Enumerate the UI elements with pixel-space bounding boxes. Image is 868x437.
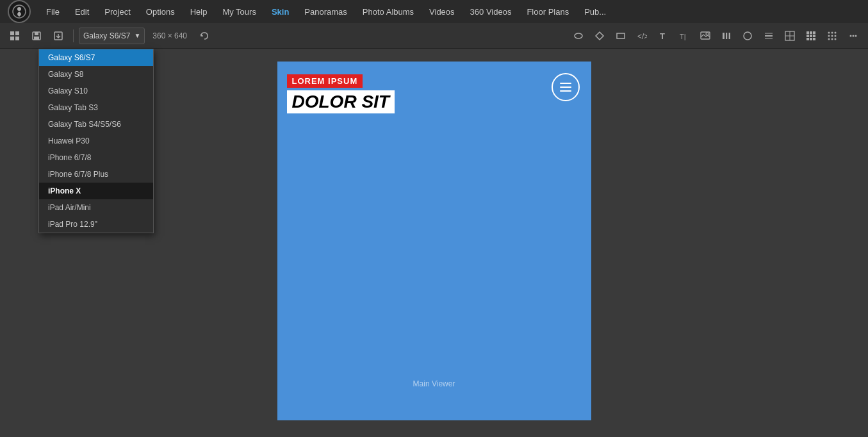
svg-rect-33 — [807, 35, 809, 37]
svg-point-42 — [828, 31, 830, 33]
menu-bar: File Edit Project Options Help My Tours … — [0, 0, 868, 23]
text2-tool-button[interactable]: T| — [675, 27, 694, 45]
svg-rect-3 — [15, 31, 19, 35]
text-tool-button[interactable]: T — [653, 27, 673, 45]
svg-point-44 — [835, 31, 837, 33]
menu-mytours[interactable]: My Tours — [215, 0, 264, 23]
svg-rect-12 — [617, 33, 625, 38]
svg-text:T: T — [660, 31, 665, 41]
svg-point-23 — [744, 32, 751, 40]
svg-rect-31 — [810, 31, 812, 34]
rect-tool-button[interactable] — [611, 27, 630, 45]
svg-rect-20 — [726, 33, 727, 39]
svg-point-45 — [828, 38, 830, 40]
hline-tool-button[interactable] — [759, 27, 778, 45]
export-button[interactable] — [49, 27, 68, 45]
menu-project[interactable]: Project — [97, 0, 138, 23]
dropdown-item-galaxy-s10[interactable]: Galaxy S10 — [39, 83, 153, 99]
preview-title: DOLOR SIT — [287, 90, 395, 113]
svg-point-49 — [853, 35, 855, 37]
menu-panoramas[interactable]: Panoramas — [297, 0, 354, 23]
svg-point-50 — [855, 35, 857, 37]
image-tool-button[interactable] — [696, 27, 715, 45]
svg-rect-4 — [10, 37, 14, 40]
svg-text:T|: T| — [680, 33, 686, 40]
menu-floorplans[interactable]: Floor Plans — [519, 0, 577, 23]
ellipse-tool-button[interactable] — [569, 27, 588, 45]
menu-pub[interactable]: Pub... — [577, 0, 614, 23]
svg-rect-18 — [723, 33, 724, 39]
svg-point-41 — [835, 35, 837, 37]
device-label: Galaxy S6/S7 — [83, 31, 130, 40]
svg-point-39 — [828, 35, 830, 37]
svg-rect-7 — [35, 32, 38, 35]
menu-help[interactable]: Help — [183, 0, 215, 23]
hamburger-button[interactable] — [552, 73, 580, 101]
dropdown-arrow-icon: ▼ — [134, 32, 140, 39]
logo-area — [0, 0, 38, 23]
menu-skin[interactable]: Skin — [264, 0, 297, 23]
table-tool-button[interactable] — [780, 27, 799, 45]
toolbar: Galaxy S6/S7 ▼ 360 × 640 </> T T| — [0, 23, 868, 49]
barcode-tool-button[interactable] — [717, 27, 736, 45]
dropdown-item-iphone-678[interactable]: iPhone 6/7/8 — [39, 149, 153, 166]
hamburger-line-2 — [560, 87, 571, 88]
svg-point-17 — [706, 33, 708, 35]
circle-tool-button[interactable] — [738, 27, 757, 45]
svg-point-47 — [835, 38, 837, 40]
menu-360videos[interactable]: 360 Videos — [463, 0, 520, 23]
svg-rect-32 — [813, 31, 815, 34]
svg-rect-2 — [10, 31, 14, 35]
hamburger-line-3 — [560, 90, 571, 92]
device-dropdown: Galaxy S6/S7 Galaxy S8 Galaxy S10 Galaxy… — [38, 49, 154, 233]
svg-point-46 — [831, 38, 833, 40]
toolbar-right: </> T T| — [569, 27, 863, 45]
save-button[interactable] — [27, 27, 46, 45]
svg-point-40 — [831, 35, 833, 37]
dropdown-item-iphone-678plus[interactable]: iPhone 6/7/8 Plus — [39, 166, 153, 183]
svg-rect-19 — [725, 33, 725, 39]
dropdown-item-galaxy-tabs3[interactable]: Galaxy Tab S3 — [39, 99, 153, 116]
svg-point-43 — [831, 31, 833, 33]
device-selector[interactable]: Galaxy S6/S7 ▼ — [79, 28, 145, 44]
dropdown-item-ipad-airmini[interactable]: iPad Air/Mini — [39, 199, 153, 216]
dots-tool-button[interactable] — [823, 27, 842, 45]
dropdown-item-ipad-pro-129[interactable]: iPad Pro 12.9" — [39, 216, 153, 233]
svg-point-1 — [17, 7, 21, 11]
svg-rect-22 — [729, 33, 730, 39]
undo-button[interactable] — [195, 27, 214, 45]
svg-point-48 — [850, 35, 852, 37]
dropdown-item-galaxy-s6s7[interactable]: Galaxy S6/S7 — [39, 49, 153, 66]
divider-1 — [73, 29, 74, 42]
dropdown-item-galaxy-tabs4s5s6[interactable]: Galaxy Tab S4/S5/S6 — [39, 116, 153, 133]
menu-options[interactable]: Options — [138, 0, 183, 23]
svg-text:</>: </> — [637, 32, 647, 41]
preview-red-label: LOREM IPSUM — [287, 74, 363, 88]
main-viewer-label: Main Viewer — [413, 379, 455, 388]
svg-rect-5 — [15, 37, 19, 40]
dropdown-item-galaxy-s8[interactable]: Galaxy S8 — [39, 66, 153, 83]
svg-rect-21 — [728, 33, 728, 39]
code-tool-button[interactable]: </> — [632, 27, 651, 45]
dropdown-item-huawei-p30[interactable]: Huawei P30 — [39, 133, 153, 149]
svg-marker-11 — [596, 32, 603, 40]
diamond-tool-button[interactable] — [590, 27, 609, 45]
svg-rect-8 — [34, 37, 39, 40]
hamburger-icon — [560, 83, 571, 92]
menu-photoalbums[interactable]: Photo Albums — [355, 0, 422, 23]
svg-rect-38 — [813, 38, 815, 40]
svg-rect-36 — [807, 38, 809, 40]
phone-preview: LOREM IPSUM DOLOR SIT Main Viewer — [277, 62, 591, 420]
menu-file[interactable]: File — [38, 0, 67, 23]
svg-rect-30 — [807, 31, 809, 34]
hamburger-line-1 — [560, 83, 571, 84]
svg-rect-35 — [813, 35, 815, 37]
menu-edit[interactable]: Edit — [67, 0, 97, 23]
menu-videos[interactable]: Videos — [422, 0, 463, 23]
svg-point-10 — [575, 33, 582, 38]
more-tool-button[interactable] — [844, 27, 863, 45]
svg-rect-34 — [810, 35, 812, 37]
grid-tool-button[interactable] — [801, 27, 821, 45]
grid-view-button[interactable] — [5, 27, 24, 45]
dropdown-item-iphone-x[interactable]: iPhone X — [39, 183, 153, 199]
